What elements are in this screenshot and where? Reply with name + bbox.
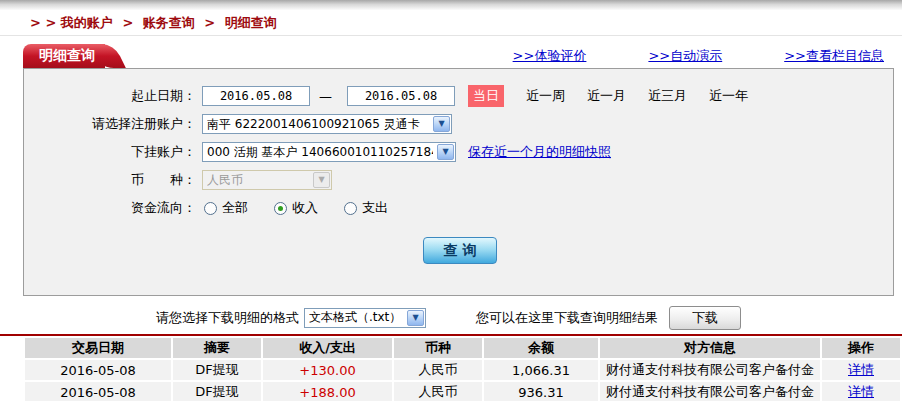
query-button[interactable]: 查 询 [423, 237, 497, 264]
top-gradient-bar [0, 0, 902, 10]
cell-summary: DF提现 [173, 382, 261, 401]
tab-row: 明细查询 >>体验评价 >>自动演示 >>查看栏目信息 [23, 43, 888, 68]
col-header-summary: 摘要 [173, 338, 261, 358]
breadcrumb-separator: > [204, 15, 215, 30]
table-row: 2016-05-08 DF提现 +188.00 人民币 936.31 财付通支付… [25, 382, 900, 401]
chevron-down-icon[interactable]: ▼ [437, 144, 454, 160]
flow-option-expense-label: 支出 [362, 199, 388, 217]
cell-summary: DF提现 [173, 360, 261, 380]
cell-amount: +130.00 [263, 360, 392, 380]
col-header-currency: 币种 [394, 338, 482, 358]
flow-option-income-label: 收入 [292, 199, 318, 217]
query-form-panel: 起止日期： — 当日 近一周 近一月 近三月 近一年 请选择注册账户： 南平 6… [23, 68, 894, 296]
download-row: 请您选择下载明细的格式 文本格式（.txt） ▼ 您可以在这里下载查询明细结果 … [156, 305, 902, 330]
cell-currency: 人民币 [394, 360, 482, 380]
breadcrumb-item-account-query[interactable]: 账务查询 [143, 15, 195, 30]
col-header-action: 操作 [822, 338, 900, 358]
download-format-label: 请您选择下载明细的格式 [156, 309, 299, 327]
breadcrumb-item-detail-query[interactable]: 明细查询 [225, 15, 277, 30]
detail-link[interactable]: 详情 [848, 384, 874, 399]
link-experience-rating[interactable]: >>体验评价 [513, 47, 587, 65]
tab-detail-query[interactable]: 明细查询 [23, 44, 105, 68]
date-range-label: 起止日期： [24, 87, 196, 105]
cell-date: 2016-05-08 [25, 360, 171, 380]
range-last-week[interactable]: 近一周 [526, 87, 565, 105]
radio-unchecked-icon[interactable] [344, 202, 357, 215]
col-header-amount: 收入/支出 [263, 338, 392, 358]
breadcrumb-item-my-account[interactable]: 我的账户 [61, 15, 113, 30]
sub-account-value: 000 活期 基本户 1406600101102571848 [207, 144, 433, 161]
currency-value: 人民币 [207, 172, 243, 189]
chevron-down-icon[interactable]: ▼ [407, 310, 424, 326]
sub-account-label: 下挂账户： [24, 143, 196, 161]
detail-link[interactable]: 详情 [848, 362, 874, 377]
col-header-balance: 余额 [484, 338, 598, 358]
cell-amount: +188.00 [263, 382, 392, 401]
table-row: 2016-05-08 DF提现 +130.00 人民币 1,066.31 财付通… [25, 360, 900, 380]
cell-date: 2016-05-08 [25, 382, 171, 401]
cell-counterparty: 财付通支付科技有限公司客户备付金 [600, 360, 820, 380]
cell-currency: 人民币 [394, 382, 482, 401]
date-separator: — [319, 89, 332, 104]
flow-direction-label: 资金流向： [24, 199, 196, 217]
tab-title: 明细查询 [39, 47, 95, 63]
register-account-row: 请选择注册账户： 南平 6222001406100921065 灵通卡 ▼ [24, 110, 893, 138]
link-auto-demo[interactable]: >>自动演示 [648, 47, 722, 65]
range-last-year[interactable]: 近一年 [709, 87, 748, 105]
cell-counterparty: 财付通支付科技有限公司客户备付金 [600, 382, 820, 401]
transaction-table: 交易日期 摘要 收入/支出 币种 余额 对方信息 操作 2016-05-08 D… [23, 336, 902, 401]
cell-balance: 1,066.31 [484, 360, 598, 380]
header-links: >>体验评价 >>自动演示 >>查看栏目信息 [513, 47, 888, 65]
download-format-value: 文本格式（.txt） [309, 309, 401, 326]
cell-balance: 936.31 [484, 382, 598, 401]
col-header-date: 交易日期 [25, 338, 171, 358]
sub-account-select[interactable]: 000 活期 基本户 1406600101102571848 ▼ [202, 142, 456, 162]
flow-option-all[interactable]: 全部 [204, 199, 248, 217]
flow-direction-row: 资金流向： 全部 收入 支出 [24, 194, 893, 222]
flow-option-expense[interactable]: 支出 [344, 199, 388, 217]
range-last-three-months[interactable]: 近三月 [648, 87, 687, 105]
col-header-counterparty: 对方信息 [600, 338, 820, 358]
sub-account-row: 下挂账户： 000 活期 基本户 1406600101102571848 ▼ 保… [24, 138, 893, 166]
currency-label: 币 种： [24, 171, 196, 189]
today-badge[interactable]: 当日 [468, 85, 504, 107]
chevron-down-icon[interactable]: ▼ [433, 116, 450, 132]
download-button[interactable]: 下载 [669, 306, 741, 330]
flow-option-all-label: 全部 [222, 199, 248, 217]
date-range-row: 起止日期： — 当日 近一周 近一月 近三月 近一年 [24, 82, 893, 110]
breadcrumb-prefix: > > [30, 15, 56, 30]
radio-unchecked-icon[interactable] [204, 202, 217, 215]
download-result-label: 您可以在这里下载查询明细结果 [476, 309, 658, 327]
breadcrumb: > > 我的账户 > 账务查询 > 明细查询 [0, 10, 902, 36]
radio-checked-icon[interactable] [274, 202, 287, 215]
date-to-input[interactable] [347, 86, 455, 106]
register-account-value: 南平 6222001406100921065 灵通卡 [207, 116, 420, 133]
register-account-label: 请选择注册账户： [24, 115, 196, 133]
chevron-down-icon: ▼ [313, 172, 330, 188]
table-header-row: 交易日期 摘要 收入/支出 币种 余额 对方信息 操作 [25, 338, 900, 358]
breadcrumb-separator: > [122, 15, 133, 30]
flow-option-income[interactable]: 收入 [274, 199, 318, 217]
currency-select: 人民币 ▼ [202, 170, 332, 190]
snapshot-link[interactable]: 保存近一个月的明细快照 [468, 143, 611, 161]
range-last-month[interactable]: 近一月 [587, 87, 626, 105]
link-view-column-info[interactable]: >>查看栏目信息 [784, 47, 884, 65]
date-from-input[interactable] [202, 86, 310, 106]
currency-row: 币 种： 人民币 ▼ [24, 166, 893, 194]
register-account-select[interactable]: 南平 6222001406100921065 灵通卡 ▼ [202, 114, 452, 134]
download-format-select[interactable]: 文本格式（.txt） ▼ [304, 308, 426, 328]
